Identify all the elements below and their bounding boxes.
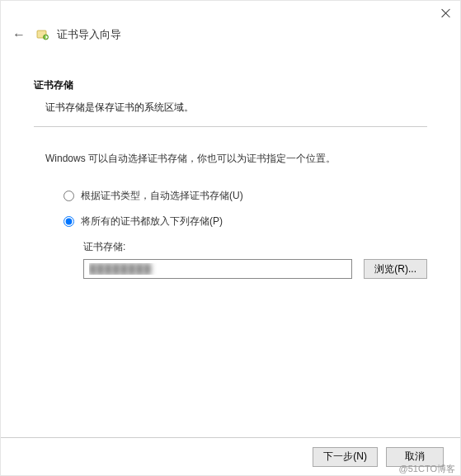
store-label: 证书存储: bbox=[83, 240, 427, 254]
certificate-wizard-icon bbox=[35, 27, 50, 42]
radio-auto-label: 根据证书类型，自动选择证书存储(U) bbox=[81, 189, 243, 203]
content-area: 证书存储 证书存储是保存证书的系统区域。 Windows 可以自动选择证书存储，… bbox=[1, 54, 460, 279]
divider bbox=[34, 126, 427, 127]
store-block: 证书存储: 浏览(R)... bbox=[64, 240, 427, 279]
radio-group: 根据证书类型，自动选择证书存储(U) 将所有的证书都放入下列存储(P) 证书存储… bbox=[34, 189, 427, 279]
radio-manual-input[interactable] bbox=[64, 216, 74, 227]
certificate-store-field[interactable] bbox=[83, 259, 352, 279]
wizard-title: 证书导入向导 bbox=[57, 27, 121, 42]
close-icon[interactable] bbox=[440, 7, 452, 19]
next-button[interactable]: 下一步(N) bbox=[313, 447, 378, 467]
radio-manual-label: 将所有的证书都放入下列存储(P) bbox=[81, 214, 223, 229]
section-description: 证书存储是保存证书的系统区域。 bbox=[34, 101, 427, 115]
footer-bar: 下一步(N) 取消 bbox=[1, 437, 460, 475]
radio-manual-select[interactable]: 将所有的证书都放入下列存储(P) bbox=[64, 214, 427, 229]
wizard-header: ← 证书导入向导 bbox=[1, 26, 460, 54]
store-row: 浏览(R)... bbox=[83, 259, 427, 279]
browse-button[interactable]: 浏览(R)... bbox=[364, 259, 427, 279]
instruction-text: Windows 可以自动选择证书存储，你也可以为证书指定一个位置。 bbox=[34, 152, 427, 166]
radio-auto-input[interactable] bbox=[64, 191, 74, 201]
title-bar bbox=[1, 1, 460, 26]
radio-auto-select[interactable]: 根据证书类型，自动选择证书存储(U) bbox=[64, 189, 427, 203]
back-arrow-icon[interactable]: ← bbox=[12, 28, 26, 41]
section-title: 证书存储 bbox=[34, 78, 427, 92]
watermark-text: @51CTO博客 bbox=[399, 463, 455, 475]
